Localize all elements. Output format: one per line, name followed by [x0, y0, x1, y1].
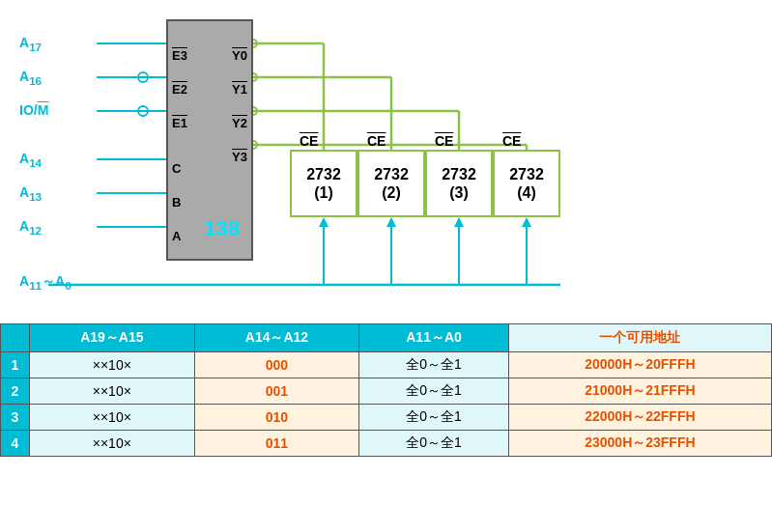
signal-a17: A17: [19, 35, 42, 53]
chip-pin-e1: E1: [172, 116, 187, 130]
cell-a19-15: ××10×: [30, 431, 195, 457]
chip-pin-c: C: [172, 161, 181, 176]
svg-marker-24: [319, 217, 329, 227]
chip-138-label: 138: [204, 216, 240, 241]
mem-chip-1: 2732(1): [290, 150, 357, 217]
ce-label-4: CE: [502, 133, 521, 149]
svg-marker-26: [386, 217, 396, 227]
col-header-a11-0: A11～A0: [359, 324, 509, 352]
svg-point-2: [138, 72, 148, 82]
signal-a14: A14: [19, 151, 42, 169]
diagram-area: A17 A16 IO/M A14 A13 A12 A11～A0 E3 E2 E1…: [0, 0, 772, 319]
cell-a19-15: ××10×: [30, 405, 195, 431]
mem-chip-2: 2732(2): [357, 150, 425, 217]
table-row: 4 ××10× 011 全0～全1 23000H～23FFFH: [1, 431, 772, 457]
mem-chip-3: 2732(3): [425, 150, 493, 217]
ce-label-2: CE: [367, 133, 386, 149]
svg-point-5: [138, 106, 148, 116]
cell-a11-0: 全0～全1: [359, 431, 509, 457]
table-row: 1 ××10× 000 全0～全1 20000H～20FFFH: [1, 352, 772, 378]
cell-a11-0: 全0～全1: [359, 352, 509, 378]
cell-addr: 21000H～21FFFH: [508, 378, 771, 405]
cell-num: 4: [1, 431, 30, 457]
table-header-row: A19～A15 A14～A12 A11～A0 一个可用地址: [1, 324, 772, 352]
chip-138: E3 E2 E1 C B A Y0 Y1 Y2 Y3 138: [166, 19, 253, 261]
cell-a14-12: 010: [194, 405, 359, 431]
table-row: 3 ××10× 010 全0～全1 22000H～22FFFH: [1, 405, 772, 431]
cell-a19-15: ××10×: [30, 352, 195, 378]
cell-addr: 20000H～20FFFH: [508, 352, 771, 378]
cell-addr: 23000H～23FFFH: [508, 431, 771, 457]
signal-a12: A12: [19, 218, 42, 237]
address-table: A19～A15 A14～A12 A11～A0 一个可用地址 1 ××10× 00…: [0, 323, 772, 457]
cell-addr: 22000H～22FFFH: [508, 405, 771, 431]
signal-iom: IO/M: [19, 102, 48, 118]
cell-a11-0: 全0～全1: [359, 378, 509, 405]
cell-a14-12: 011: [194, 431, 359, 457]
cell-num: 2: [1, 378, 30, 405]
chip-pin-e3: E3: [172, 48, 187, 63]
col-header-addr: 一个可用地址: [508, 324, 771, 352]
chip-pin-y1: Y1: [232, 82, 247, 97]
mem-chip-4: 2732(4): [493, 150, 560, 217]
mem-chip-4-label: 2732(4): [509, 165, 544, 202]
svg-marker-28: [454, 217, 464, 227]
cell-a14-12: 001: [194, 378, 359, 405]
ce-label-1: CE: [300, 133, 318, 149]
table-row: 2 ××10× 001 全0～全1 21000H～21FFFH: [1, 378, 772, 405]
chip-pin-b: B: [172, 195, 181, 210]
col-header-num: [1, 324, 30, 352]
chip-pin-y3: Y3: [232, 150, 247, 164]
cell-a14-12: 000: [194, 352, 359, 378]
signal-a16: A16: [19, 69, 42, 87]
chip-pin-a: A: [172, 229, 181, 243]
signal-a13: A13: [19, 184, 42, 203]
mem-chip-1-label: 2732(1): [306, 165, 341, 202]
cell-a19-15: ××10×: [30, 378, 195, 405]
cell-a11-0: 全0～全1: [359, 405, 509, 431]
col-header-a14-12: A14～A12: [194, 324, 359, 352]
cell-num: 3: [1, 405, 30, 431]
mem-chip-3-label: 2732(3): [442, 165, 476, 202]
chip-pin-y0: Y0: [232, 48, 247, 63]
col-header-a19-15: A19～A15: [30, 324, 195, 352]
signal-a11-a0: A11～A0: [19, 273, 71, 292]
main-container: A17 A16 IO/M A14 A13 A12 A11～A0 E3 E2 E1…: [0, 0, 772, 532]
chip-pin-y2: Y2: [232, 116, 247, 130]
table: A19～A15 A14～A12 A11～A0 一个可用地址 1 ××10× 00…: [0, 323, 772, 457]
chip-pin-e2: E2: [172, 82, 187, 97]
ce-label-3: CE: [435, 133, 453, 149]
svg-marker-30: [522, 217, 531, 227]
cell-num: 1: [1, 352, 30, 378]
mem-chip-2-label: 2732(2): [374, 165, 409, 202]
